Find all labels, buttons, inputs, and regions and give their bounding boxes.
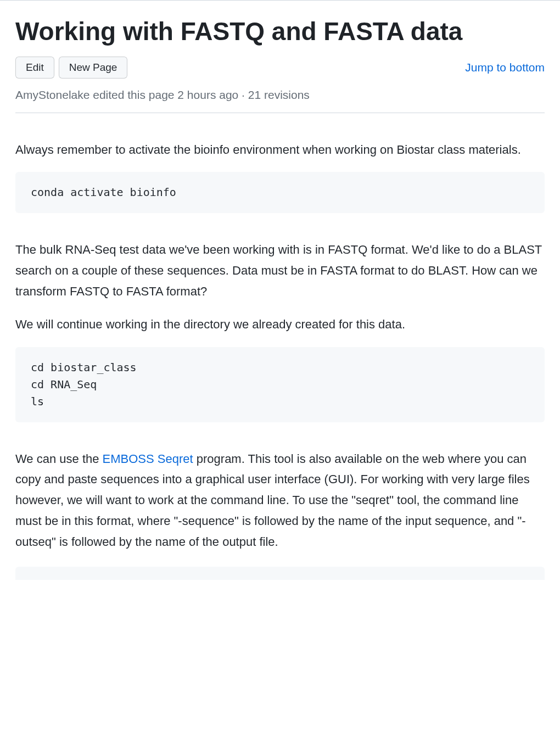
edit-button[interactable]: Edit bbox=[15, 57, 54, 79]
header-actions-row: Edit New Page Jump to bottom bbox=[15, 57, 545, 79]
paragraph-directory: We will continue working in the director… bbox=[15, 314, 545, 335]
code-block-cd: cd biostar_class cd RNA_Seq ls bbox=[15, 347, 545, 422]
new-page-button[interactable]: New Page bbox=[59, 57, 128, 79]
jump-to-bottom-link[interactable]: Jump to bottom bbox=[465, 61, 545, 74]
text-post-link: program. This tool is also available on … bbox=[15, 452, 530, 549]
button-group: Edit New Page bbox=[15, 57, 127, 79]
code-block-partial bbox=[15, 567, 545, 580]
paragraph-emboss: We can use the EMBOSS Seqret program. Th… bbox=[15, 449, 545, 552]
revision-meta: AmyStonelake edited this page 2 hours ag… bbox=[15, 88, 545, 113]
emboss-seqret-link[interactable]: EMBOSS Seqret bbox=[103, 452, 193, 466]
text-pre-link: We can use the bbox=[15, 452, 103, 466]
paragraph-intro: Always remember to activate the bioinfo … bbox=[15, 139, 545, 160]
page-title: Working with FASTQ and FASTA data bbox=[15, 16, 545, 48]
code-block-conda: conda activate bioinfo bbox=[15, 172, 545, 213]
paragraph-fastq-desc: The bulk RNA-Seq test data we've been wo… bbox=[15, 239, 545, 301]
